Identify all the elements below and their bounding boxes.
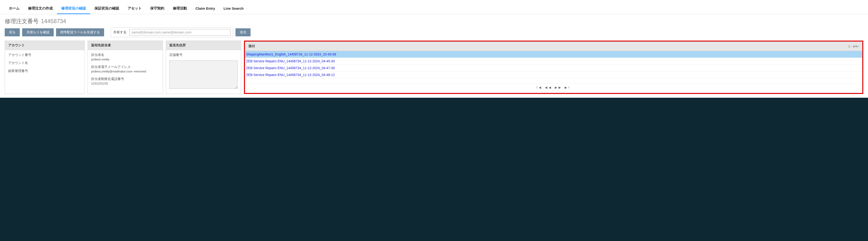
store-number-label: 店舗番号 xyxy=(169,53,238,57)
attachment-link[interactable]: ZEB Service Repairs ENU_14458734_11-12-2… xyxy=(245,72,862,78)
contact-phone-value: 1231231232 xyxy=(91,82,159,85)
page-title-label: 修理注文番号 xyxy=(5,18,39,25)
order-number: 14458734 xyxy=(41,18,66,25)
tab-asset[interactable]: アセット xyxy=(123,4,146,14)
contact-name-label: 担当者名 xyxy=(91,53,159,57)
attachments-panel: 添付 1 - 4/4+ ShippingManifest1_English_14… xyxy=(245,42,862,93)
pager-last-icon[interactable]: ▶I xyxy=(565,86,571,89)
attachment-link[interactable]: ZEB Service Repairs ENU_14458734_11-12-2… xyxy=(245,65,862,72)
tab-warranty-status[interactable]: 保証状況の確認 xyxy=(90,4,123,14)
tab-home[interactable]: ホーム xyxy=(5,4,24,14)
pager-next-icon[interactable]: ▶▶ xyxy=(555,86,562,89)
tab-create-order[interactable]: 修理注文の作成 xyxy=(24,4,57,14)
account-number-label: アカウント番号 xyxy=(8,53,81,57)
attachment-link[interactable]: ZEB Service Repairs ENU_14458734_11-12-2… xyxy=(245,58,862,65)
generate-label-button[interactable]: 標準配送ラベルを生成する xyxy=(56,28,104,36)
send-button[interactable]: 送信 xyxy=(236,28,251,36)
tab-contract[interactable]: 保守契約 xyxy=(146,4,168,14)
pager-first-icon[interactable]: I◀ xyxy=(537,86,543,89)
attachments-highlight: 添付 1 - 4/4+ ShippingManifest1_English_14… xyxy=(244,41,863,94)
share-box: 共有する xyxy=(111,27,233,37)
contact-panel-header: 返却先担当者 xyxy=(88,41,163,50)
pager-prev-icon[interactable]: ◀◀ xyxy=(545,86,553,89)
tab-activity[interactable]: 修理活動 xyxy=(168,4,191,14)
ship-panel: 返送先住所 店舗番号 xyxy=(166,41,241,94)
account-panel: アカウント アカウント番号 アカウント名 顧客整理番号 xyxy=(5,41,85,94)
attachments-pager: I◀ ◀◀ ▶▶ ▶I xyxy=(245,84,862,91)
ship-panel-header: 返送先住所 xyxy=(166,41,241,50)
main-tabs: ホーム 修理注文の作成 修理状況の確認 保証状況の確認 アセット 保守契約 修理… xyxy=(0,2,868,14)
attachment-link[interactable]: ShippingManifest1_English_14458734_11-12… xyxy=(245,51,862,58)
share-label: 共有する xyxy=(113,30,126,34)
contact-email-label: 担当者電子メールアドレス xyxy=(91,65,159,69)
attachments-count: 1 - 4/4+ xyxy=(848,45,859,48)
contact-panel: 返却先担当者 担当者名 prdtest oreilly 担当者電子メールアドレス… xyxy=(88,41,163,94)
back-button[interactable]: 戻る xyxy=(5,28,20,36)
tab-repair-status[interactable]: 修理状況の確認 xyxy=(57,4,90,14)
account-name-label: アカウント名 xyxy=(8,61,81,65)
customer-ref-label: 顧客整理番号 xyxy=(8,69,81,73)
account-panel-header: アカウント xyxy=(5,41,85,50)
contact-name-value: prdtest oreilly xyxy=(91,58,159,61)
tab-line-search[interactable]: Line Search xyxy=(219,4,248,14)
contact-phone-label: 担当者勤務先電話番号 xyxy=(91,77,159,81)
attachment-empty-row xyxy=(245,78,862,84)
contact-email-value: prdtest.oreilly@mailinator.com--removed xyxy=(91,70,159,73)
view-quote-button[interactable]: 見積もりを確認 xyxy=(22,28,54,36)
ship-address-textarea[interactable] xyxy=(169,60,238,89)
tab-claim-entry[interactable]: Claim Entry xyxy=(191,4,219,14)
share-email-input[interactable] xyxy=(129,29,230,36)
attachments-panel-title: 添付 xyxy=(248,44,255,48)
